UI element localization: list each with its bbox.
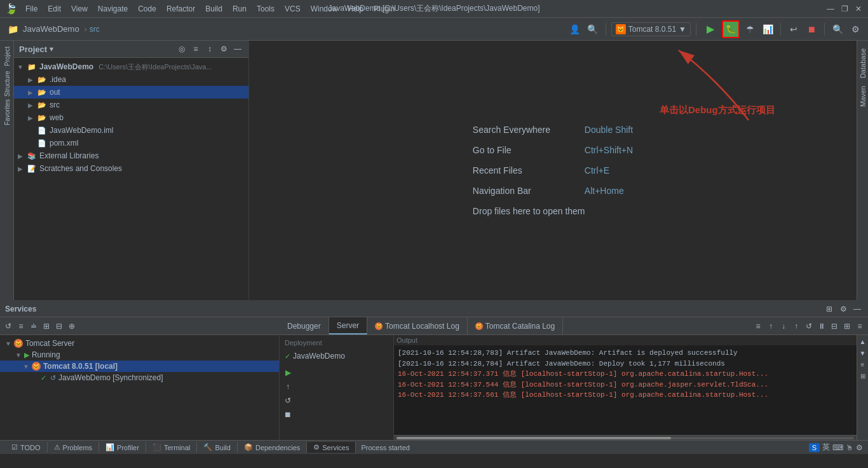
panel-close-icon[interactable]: — — [232, 43, 243, 55]
output-line-3: 16-Oct-2021 12:54:37.371 信息 [localhost-s… — [398, 369, 853, 380]
settings-status-icon[interactable]: ⚙ — [856, 443, 863, 452]
status-tab-build[interactable]: 🔨 Build — [197, 442, 237, 453]
tomcat-server-item[interactable]: ▼ 🐱 Tomcat Server — [0, 338, 279, 349]
menu-view[interactable]: View — [67, 3, 92, 15]
services-add-icon[interactable]: ⊕ — [66, 320, 78, 332]
project-tab[interactable]: Project — [1, 43, 13, 69]
menu-navigate[interactable]: Navigate — [94, 3, 132, 15]
sort-icon[interactable]: ↕ — [204, 43, 215, 55]
run-config-selector[interactable]: 🐱 Tomcat 8.0.51 ▼ — [611, 22, 691, 36]
menu-file[interactable]: File — [22, 3, 41, 15]
tree-root-item[interactable]: ▼ 📁 JavaWebDemo C:\Users\王会称\IdeaProject… — [14, 60, 248, 73]
deployment-item[interactable]: ✓ JavaWebDemo — [282, 350, 391, 362]
tree-scratches-item[interactable]: ▶ 📝 Scratches and Consoles — [14, 162, 248, 175]
tree-idea-item[interactable]: ▶ 📂 .idea — [14, 73, 248, 86]
toolbar-separator — [606, 23, 606, 36]
menu-refactor[interactable]: Refactor — [163, 3, 199, 15]
scroll-up-btn[interactable]: ▲ — [858, 336, 868, 347]
tab-action-4[interactable]: ↺ — [803, 320, 815, 332]
services-group-icon[interactable]: ⊞ — [41, 320, 52, 332]
deploy-action-3[interactable]: ↺ — [282, 395, 294, 406]
tab-action-8[interactable]: ≡ — [854, 320, 865, 332]
tab-action-5[interactable]: ⏸ — [816, 320, 827, 332]
ime-indicator[interactable]: S — [809, 443, 820, 452]
scroll-action-2[interactable]: ⊞ — [858, 371, 868, 381]
structure-tab[interactable]: Structure — [1, 71, 13, 97]
tree-ext-lib-item[interactable]: ▶ 📚 External Libraries — [14, 149, 248, 162]
project-sidebar: Project ▾ ◎ ≡ ↕ ⚙ — ▼ 📁 JavaWebDemo C:\U… — [14, 41, 249, 300]
tree-web-item[interactable]: ▶ 📂 web — [14, 111, 248, 124]
hint-recent-shortcut: Ctrl+E — [585, 165, 609, 176]
menu-edit[interactable]: Edit — [44, 3, 65, 15]
profile-button[interactable]: 📊 — [760, 22, 775, 37]
tomcat-instance-item[interactable]: ▼ 🐱 Tomcat 8.0.51 [local] — [0, 361, 279, 372]
tree-src-item[interactable]: ▶ 📂 src — [14, 99, 248, 111]
status-tab-dependencies[interactable]: 📦 Dependencies — [238, 442, 307, 453]
tree-out-item[interactable]: ▶ 📂 out — [14, 86, 248, 99]
tab-tomcat-catalina-log[interactable]: 🐱 Tomcat Catalina Log — [468, 317, 563, 334]
status-tab-profiler[interactable]: 📊 Profiler — [99, 442, 146, 453]
scroll-down-btn[interactable]: ▼ — [858, 348, 868, 358]
database-strip-label[interactable]: Database — [859, 46, 867, 81]
webapp-item[interactable]: ▶ ✓ ↺ JavaWebDemo [Synchronized] — [0, 372, 279, 383]
collapse-icon[interactable]: ≡ — [190, 43, 201, 55]
services-sort-icon[interactable]: ≐ — [28, 320, 39, 332]
close-button[interactable]: ✕ — [854, 4, 863, 13]
status-tab-services[interactable]: ⚙ Services — [307, 442, 356, 453]
services-settings-icon[interactable]: ⚙ — [837, 303, 849, 315]
find-button[interactable]: 🔍 — [830, 22, 845, 37]
status-tab-terminal[interactable]: ⬛ Terminal — [146, 442, 198, 453]
deploy-action-1[interactable]: ▶ — [282, 367, 294, 378]
account-icon[interactable]: 👤 — [567, 22, 583, 37]
menu-build[interactable]: Build — [201, 3, 226, 15]
scroll-action-1[interactable]: ≡ — [858, 359, 868, 369]
tree-pom-item[interactable]: ▶ 📄 pom.xml — [14, 137, 248, 149]
menu-code[interactable]: Code — [134, 3, 160, 15]
project-panel-dropdown[interactable]: ▾ — [50, 45, 53, 53]
locate-icon[interactable]: ◎ — [176, 43, 187, 55]
status-tab-todo[interactable]: ☑ TODO — [5, 442, 48, 453]
undo-button[interactable]: ↩ — [786, 22, 801, 37]
debug-button[interactable]: 🐛 — [722, 20, 740, 38]
tab-action-6[interactable]: ⊟ — [829, 320, 840, 332]
minimize-button[interactable]: — — [826, 4, 835, 13]
tab-action-1[interactable]: ≡ — [752, 320, 764, 332]
stop-button[interactable]: ⏹ — [804, 22, 819, 37]
project-icon: 📁 — [5, 22, 20, 37]
services-collapse-icon[interactable]: ≡ — [15, 320, 27, 332]
tab-action-3[interactable]: ↑ — [790, 320, 802, 332]
favorites-tab[interactable]: Favorites — [1, 99, 13, 125]
menu-tools[interactable]: Tools — [253, 3, 278, 15]
editor-hints: Search Everywhere Double Shift Go to Fil… — [447, 99, 658, 242]
settings-button[interactable]: ⚙ — [848, 22, 863, 37]
services-refresh-icon[interactable]: ↺ — [3, 320, 14, 332]
services-close-icon[interactable]: — — [851, 303, 863, 315]
scroll-thumb[interactable] — [397, 437, 671, 439]
tab-tomcat-localhost-log[interactable]: 🐱 Tomcat Localhost Log — [367, 317, 468, 334]
tab-server[interactable]: Server — [329, 317, 367, 334]
deploy-action-4[interactable]: ⏹ — [282, 409, 294, 420]
maximize-button[interactable]: ❐ — [840, 4, 849, 13]
services-filter-icon[interactable]: ⊟ — [53, 320, 65, 332]
search-icon[interactable]: 🔍 — [585, 22, 600, 37]
tab-action-7[interactable]: ⊞ — [841, 320, 853, 332]
web-expand-icon: ▶ — [27, 114, 34, 121]
services-expand-icon[interactable]: ⊞ — [824, 303, 835, 315]
tab-action-down[interactable]: ↓ — [778, 320, 789, 332]
tab-debugger[interactable]: Debugger — [280, 317, 329, 334]
web-label: web — [50, 113, 64, 122]
run-button[interactable]: ▶ — [702, 20, 719, 38]
tree-iml-item[interactable]: ▶ 📄 JavaWebDemo.iml — [14, 124, 248, 137]
coverage-button[interactable]: ☂ — [742, 22, 757, 37]
deploy-action-2[interactable]: ↑ — [282, 381, 294, 392]
root-label: JavaWebDemo — [39, 62, 93, 71]
project-panel-toolbar: ◎ ≡ ↕ ⚙ — — [176, 43, 243, 55]
menu-run[interactable]: Run — [229, 3, 250, 15]
menu-vcs[interactable]: VCS — [281, 3, 304, 15]
maven-strip-label[interactable]: Maven — [859, 83, 867, 109]
status-right: S 英 ⌨ 🖱 ⚙ — [809, 442, 863, 453]
status-tab-problems[interactable]: ⚠ Problems — [48, 442, 99, 453]
panel-settings-icon[interactable]: ⚙ — [218, 43, 229, 55]
running-item[interactable]: ▼ ▶ Running — [0, 349, 279, 361]
tab-action-up[interactable]: ↑ — [765, 320, 776, 332]
